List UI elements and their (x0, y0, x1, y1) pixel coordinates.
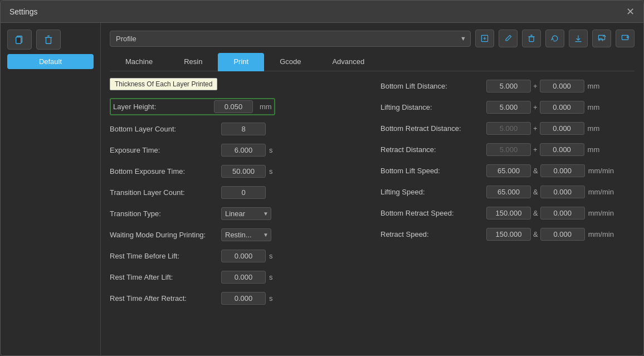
waiting-mode-select[interactable]: Restin... (221, 228, 271, 241)
lifting-speed-input2[interactable] (540, 186, 585, 198)
bottom-retract-speed-unit: mm/min (588, 209, 614, 217)
rest-after-retract-input[interactable] (221, 292, 266, 305)
exposure-time-row: Exposure Time: s (110, 142, 364, 158)
retract-speed-input2[interactable] (540, 228, 585, 241)
bottom-layer-count-label: Bottom Layer Count: (110, 125, 221, 133)
profile-select[interactable]: Profile (110, 31, 471, 47)
bottom-retract-speed-label: Bottom Retract Speed: (380, 209, 486, 217)
default-button[interactable]: Default (7, 54, 94, 69)
close-button[interactable]: ✕ (626, 7, 635, 17)
retract-distance-input2[interactable] (540, 143, 584, 156)
right-column: Bottom Lift Distance: + mm Lifting Dista… (375, 78, 635, 349)
lifting-distance-label: Lifting Distance: (380, 103, 486, 111)
layer-height-highlight: Layer Height: mm (110, 98, 275, 115)
bottom-retract-speed-sep: & (533, 209, 538, 217)
lifting-distance-input2[interactable] (540, 101, 584, 114)
retract-distance-input1[interactable] (486, 143, 531, 156)
bottom-layer-count-input[interactable] (221, 123, 266, 135)
rest-after-lift-label: Rest Time After Lift: (110, 273, 221, 281)
rest-after-retract-unit: s (269, 294, 273, 303)
copy-icon (14, 35, 25, 45)
bottom-exposure-time-unit: s (269, 167, 273, 175)
main-content: Default Profile ▼ (1, 23, 643, 355)
rest-before-lift-input[interactable] (221, 250, 266, 262)
waiting-mode-wrap: Restin... ▼ (221, 228, 271, 241)
exposure-time-label: Exposure Time: (110, 146, 221, 154)
share-in-icon (621, 34, 630, 43)
download-button[interactable] (569, 30, 588, 47)
bottom-lift-distance-row: Bottom Lift Distance: + mm (380, 78, 635, 94)
lifting-distance-row: Lifting Distance: + mm (380, 99, 635, 115)
bottom-layer-count-row: Bottom Layer Count: (110, 121, 364, 136)
retract-speed-unit: mm/min (588, 230, 614, 238)
trash-button[interactable] (522, 30, 541, 47)
tab-machine[interactable]: Machine (110, 53, 168, 71)
lifting-speed-input1[interactable] (486, 186, 531, 198)
svg-rect-2 (46, 37, 51, 43)
bottom-lift-distance-unit: mm (588, 82, 600, 90)
transition-layer-count-row: Transition Layer Count: (110, 184, 364, 200)
exposure-time-input[interactable] (221, 144, 266, 157)
bottom-retract-speed-input1[interactable] (486, 207, 531, 220)
toolbar-row: Profile ▼ (110, 30, 635, 47)
download-icon (574, 34, 583, 43)
bottom-lift-speed-input1[interactable] (486, 164, 531, 177)
bottom-lift-distance-input2[interactable] (540, 80, 584, 92)
retract-speed-sep: & (533, 230, 538, 238)
retract-distance-sep: + (533, 145, 538, 154)
bottom-retract-speed-input2[interactable] (540, 207, 585, 220)
retract-speed-input1[interactable] (486, 228, 531, 241)
delete-button[interactable] (36, 30, 61, 50)
trash-icon (527, 34, 536, 43)
waiting-mode-row: Waiting Mode During Printing: Restin... … (110, 227, 364, 242)
bottom-lift-speed-sep: & (533, 167, 538, 175)
edit-button[interactable] (499, 30, 518, 47)
bottom-retract-speed-row: Bottom Retract Speed: & mm/min (380, 205, 635, 221)
retract-distance-label: Retract Distance: (380, 145, 486, 154)
bottom-lift-distance-input1[interactable] (486, 80, 531, 92)
transition-layer-count-label: Transition Layer Count: (110, 188, 221, 197)
tab-gcode[interactable]: Gcode (264, 53, 316, 71)
bottom-lift-speed-input2[interactable] (540, 164, 585, 177)
tab-advanced[interactable]: Advanced (316, 53, 380, 71)
bottom-exposure-time-input[interactable] (221, 165, 266, 178)
lifting-distance-input1[interactable] (486, 101, 531, 114)
bottom-exposure-time-label: Bottom Exposure Time: (110, 167, 221, 175)
delete-icon (43, 35, 53, 45)
retract-distance-row: Retract Distance: + mm (380, 142, 635, 157)
transition-type-wrap: Linear ▼ (221, 207, 271, 220)
rest-after-retract-row: Rest Time After Retract: s (110, 290, 364, 306)
lifting-distance-sep: + (533, 103, 538, 111)
left-column: Thickness Of Each Layer Printed Layer He… (110, 78, 375, 349)
layer-height-input[interactable] (214, 100, 253, 113)
bottom-retract-distance-label: Bottom Retract Distance: (380, 124, 486, 133)
transition-layer-count-input[interactable] (221, 186, 266, 199)
export-button[interactable] (475, 30, 494, 47)
svg-rect-8 (529, 37, 534, 42)
bottom-lift-distance-sep: + (533, 82, 538, 90)
export-icon (480, 34, 489, 43)
share-out-button[interactable] (592, 30, 611, 47)
lifting-distance-unit: mm (588, 103, 600, 111)
copy-button[interactable] (7, 30, 32, 50)
bottom-retract-distance-sep: + (533, 124, 538, 133)
layer-height-label: Layer Height: (113, 103, 211, 111)
refresh-icon (550, 34, 559, 43)
layer-height-unit: mm (260, 103, 272, 111)
tab-print[interactable]: Print (218, 53, 264, 71)
transition-type-select[interactable]: Linear (221, 207, 271, 220)
rest-after-lift-row: Rest Time After Lift: s (110, 269, 364, 285)
tab-resin[interactable]: Resin (168, 53, 218, 71)
svg-rect-1 (16, 37, 21, 44)
rest-after-retract-label: Rest Time After Retract: (110, 294, 221, 303)
form-area: Thickness Of Each Layer Printed Layer He… (110, 74, 635, 349)
bottom-retract-distance-input1[interactable] (486, 122, 531, 135)
bottom-retract-distance-row: Bottom Retract Distance: + mm (380, 120, 635, 136)
rest-after-lift-input[interactable] (221, 271, 266, 284)
transition-type-row: Transition Type: Linear ▼ (110, 206, 364, 221)
share-in-button[interactable] (616, 30, 635, 47)
lifting-speed-row: Lifting Speed: & mm/min (380, 184, 635, 199)
bottom-retract-distance-input2[interactable] (540, 122, 584, 135)
refresh-button[interactable] (545, 30, 564, 47)
sidebar: Default (1, 23, 101, 355)
